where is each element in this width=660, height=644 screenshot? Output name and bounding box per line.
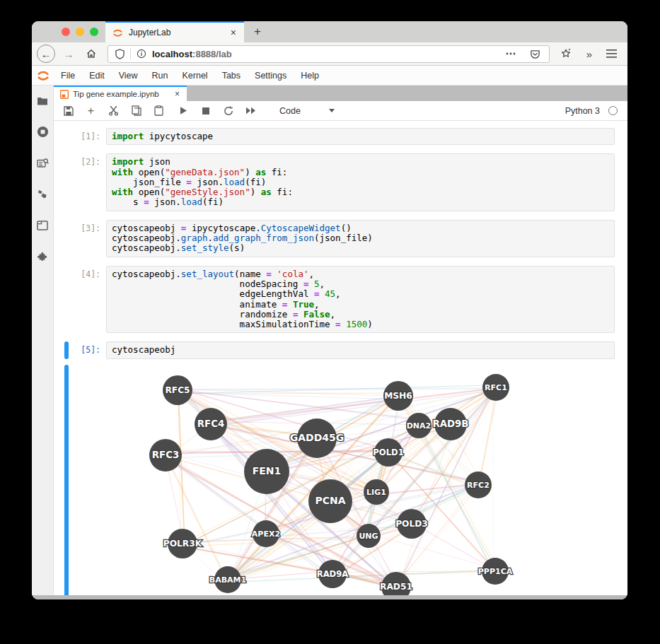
graph-node-RFC2[interactable]: RFC2 (465, 472, 492, 498)
kernel-name[interactable]: Python 3 (565, 106, 600, 116)
command-palette-icon[interactable] (37, 157, 49, 169)
graph-node-label: RAD51 (380, 582, 412, 592)
graph-node-label: RFC2 (467, 481, 490, 490)
graph-node-label: BABAM1 (209, 575, 246, 585)
cut-cells-button[interactable] (108, 105, 119, 116)
graph-node-PPP1CA[interactable]: PPP1CA (478, 558, 513, 585)
window-controls (32, 21, 105, 42)
graph-node-MSH6[interactable]: MSH6 (383, 381, 413, 411)
notebook-panel: [1]:import ipycytoscape[2]:import jsonwi… (54, 121, 627, 595)
home-button[interactable] (82, 45, 100, 63)
browser-tab[interactable]: JupyterLab × (105, 21, 244, 42)
browser-tab-close-icon[interactable]: × (229, 27, 238, 38)
browser-navbar: ← → localhost:8888/lab (32, 42, 627, 66)
graph-node-label: POLD3 (395, 519, 428, 529)
menu-item-kernel[interactable]: Kernel (175, 66, 215, 86)
graph-node-DNA2[interactable]: DNA2 (406, 413, 432, 438)
cell-prompt: [5]: (54, 341, 106, 358)
folder-icon[interactable] (37, 95, 49, 107)
graph-node-PCNA[interactable]: PCNA (308, 479, 352, 523)
save-button[interactable] (63, 105, 74, 116)
code-cell-2: [2]:import jsonwith open("geneData.json"… (54, 153, 627, 211)
jupyterlab-menubar: FileEditViewRunKernelTabsSettingsHelp (32, 66, 627, 86)
graph-node-label: APEX2 (252, 529, 280, 539)
extension-manager-icon[interactable] (37, 250, 49, 262)
run-all-button[interactable] (245, 105, 256, 116)
menu-item-file[interactable]: File (54, 66, 82, 86)
graph-node-label: POLR3K (163, 539, 202, 549)
cell-prompt: [2]: (54, 153, 106, 211)
graph-node-label: FEN1 (253, 465, 282, 476)
open-tabs-icon[interactable] (37, 219, 49, 231)
hamburger-menu-icon[interactable] (602, 45, 620, 63)
notebook-tab-bar: Tip gene example.ipynb × (54, 86, 627, 101)
cell-editor[interactable]: import ipycytoscape (106, 128, 615, 145)
cell-editor[interactable]: cytoscapeobj (106, 341, 615, 358)
property-inspector-icon[interactable] (37, 188, 49, 200)
chevron-down-icon (329, 109, 335, 112)
cytoscape-graph[interactable]: RFC5MSH6RFC1RFC4DNA2RAD9BGADD45GRFC3POLD… (74, 363, 615, 595)
library-icon[interactable] (557, 45, 575, 63)
restart-kernel-button[interactable] (223, 105, 233, 116)
add-cell-button[interactable]: + (86, 105, 96, 116)
run-cell-button[interactable] (178, 105, 188, 116)
close-window-button[interactable] (62, 28, 70, 36)
graph-node-RFC4[interactable]: RFC4 (195, 408, 227, 440)
url-bar[interactable]: localhost:8888/lab (108, 45, 550, 63)
graph-node-label: PCNA (315, 495, 345, 506)
copy-cells-button[interactable] (131, 105, 141, 116)
menu-item-help[interactable]: Help (294, 66, 326, 86)
cell-type-value: Code (279, 106, 301, 116)
graph-node-RFC5[interactable]: RFC5 (163, 375, 192, 405)
paste-cells-button[interactable] (154, 105, 164, 116)
graph-node-FEN1[interactable]: FEN1 (244, 449, 289, 494)
menu-item-tabs[interactable]: Tabs (215, 66, 248, 86)
graph-node-UNG[interactable]: UNG (357, 524, 381, 548)
interrupt-kernel-button[interactable] (200, 105, 211, 116)
graph-node-POLR3K[interactable]: POLR3K (163, 529, 202, 558)
jupyterlab-logo-icon (32, 69, 54, 82)
graph-node-RFC3[interactable]: RFC3 (149, 439, 182, 472)
pocket-icon[interactable] (526, 45, 543, 62)
cell-type-select[interactable]: Code (279, 106, 335, 116)
notebook-tab-close-icon[interactable]: × (173, 89, 181, 99)
cell-editor[interactable]: cytoscapeobj.set_layout(name = 'cola', n… (106, 266, 615, 334)
shield-icon[interactable] (114, 45, 125, 62)
minimize-window-button[interactable] (76, 28, 84, 36)
graph-node-label: POLD1 (373, 447, 403, 457)
graph-node-label: RFC5 (165, 385, 190, 395)
site-info-icon[interactable] (136, 45, 147, 62)
cell-editor[interactable]: import jsonwith open("geneData.json") as… (106, 153, 615, 211)
graph-node-label: LIG1 (366, 488, 386, 497)
url-path: :8888/lab (192, 49, 232, 59)
cell-editor[interactable]: cytoscapeobj = ipycytoscape.CytoscapeWid… (106, 220, 615, 257)
menu-items: FileEditViewRunKernelTabsSettingsHelp (54, 66, 326, 86)
page-actions-icon[interactable] (502, 45, 519, 62)
code-cell-1: [1]:import ipycytoscape (54, 128, 627, 145)
graph-node-label: RFC4 (197, 418, 224, 429)
window-bottom-edge (32, 595, 627, 599)
graph-node-LIG1[interactable]: LIG1 (364, 479, 389, 505)
code-cell-4: [4]:cytoscapeobj.set_layout(name = 'cola… (54, 266, 627, 334)
notebook-file-icon (59, 90, 69, 99)
browser-tab-title: JupyterLab (129, 28, 224, 37)
menu-item-edit[interactable]: Edit (82, 66, 112, 86)
browser-window: JupyterLab × + ← → localhost:8888/lab (32, 21, 627, 599)
running-kernels-icon[interactable] (37, 126, 49, 138)
menu-item-run[interactable]: Run (145, 66, 175, 86)
menu-item-settings[interactable]: Settings (248, 66, 294, 86)
kernel-status-icon[interactable] (608, 106, 618, 115)
menu-item-view[interactable]: View (112, 66, 145, 86)
url-host: localhost (152, 49, 192, 59)
jupyter-logo-icon (112, 27, 124, 39)
url-text[interactable]: localhost:8888/lab (152, 49, 497, 59)
forward-button[interactable]: → (59, 45, 78, 63)
back-button[interactable]: ← (37, 45, 55, 63)
overflow-menu-icon[interactable]: » (579, 45, 598, 63)
graph-node-RFC1[interactable]: RFC1 (482, 374, 509, 401)
graph-node-label: RAD9A (317, 569, 349, 579)
graph-node-label: UNG (359, 532, 378, 541)
zoom-window-button[interactable] (90, 28, 98, 36)
new-tab-button[interactable]: + (244, 21, 271, 42)
notebook-tab[interactable]: Tip gene example.ipynb × (54, 86, 187, 101)
